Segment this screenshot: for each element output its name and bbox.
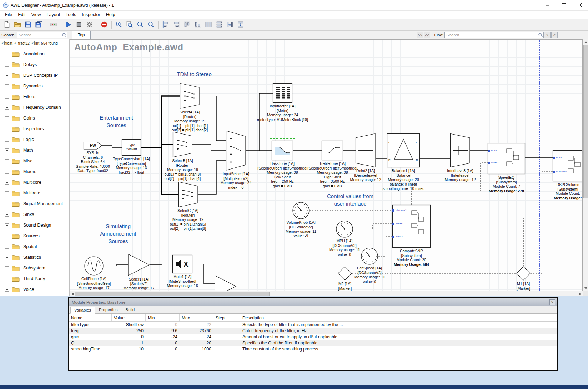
- block-m1[interactable]: [516, 266, 531, 281]
- sidebar-item-logic[interactable]: Logic: [0, 134, 69, 145]
- column-header-min[interactable]: Min: [146, 314, 180, 321]
- block-m2[interactable]: [338, 266, 352, 281]
- expand-icon[interactable]: [5, 223, 9, 227]
- block-trebletone[interactable]: [322, 141, 343, 160]
- variable-row-smoothingtime[interactable]: smoothingTime1001000Time constant of the…: [69, 346, 557, 352]
- sidebar-item-misc[interactable]: Misc: [0, 156, 69, 166]
- save-button[interactable]: [23, 20, 33, 30]
- find-next-group-button[interactable]: >>: [424, 32, 430, 38]
- play-button[interactable]: [63, 20, 73, 30]
- menu-tools[interactable]: Tools: [63, 11, 79, 18]
- block-selectc[interactable]: [178, 182, 198, 207]
- expand-icon[interactable]: [5, 245, 9, 249]
- no-entry-button[interactable]: [99, 20, 109, 30]
- design-canvas[interactable]: AutoAmp_Example.awd: [70, 39, 583, 291]
- align-right-button[interactable]: [171, 20, 181, 30]
- menu-help[interactable]: Help: [103, 11, 118, 18]
- scroll-left-icon[interactable]: [70, 291, 75, 296]
- zoom-page-button[interactable]: [125, 20, 135, 30]
- filter-fract32-checkbox[interactable]: fract32: [14, 41, 30, 45]
- expand-icon[interactable]: [5, 234, 9, 238]
- horizontal-scroll-thumb[interactable]: [75, 292, 270, 296]
- sidebar-item-subsystem[interactable]: Subsystem: [0, 263, 69, 273]
- block-dspcvolume[interactable]: Audio1Volume2: [553, 150, 583, 181]
- open-button[interactable]: [12, 20, 22, 30]
- expand-icon[interactable]: [5, 266, 9, 270]
- props-tab-build[interactable]: Build: [122, 306, 139, 313]
- scroll-right-icon[interactable]: [577, 291, 583, 296]
- tab-top[interactable]: Top: [72, 31, 91, 39]
- variable-row-filtertype[interactable]: filterTypeShelfLow022Selects the type of…: [69, 322, 557, 328]
- find-prev-button[interactable]: <: [544, 32, 551, 38]
- distribute-h-button[interactable]: [203, 20, 213, 30]
- sidebar-item-multirate[interactable]: Multirate: [0, 188, 69, 198]
- block-cellphone[interactable]: [84, 256, 104, 276]
- expand-icon[interactable]: [5, 127, 9, 131]
- block-typeconversion1[interactable]: TypeConvert: [122, 139, 141, 156]
- block-sys-in[interactable]: HW: [84, 142, 102, 150]
- sidebar-item-dynamics[interactable]: Dynamics: [0, 81, 69, 91]
- block-mph[interactable]: [336, 221, 353, 238]
- sidebar-item-sound-design[interactable]: Sound Design: [0, 220, 69, 231]
- block-scaler1[interactable]: [128, 254, 150, 276]
- sidebar-item-signal-management[interactable]: Signal Management: [0, 198, 69, 209]
- maximize-button[interactable]: [556, 0, 572, 11]
- block-balance1[interactable]: LR LR: [387, 133, 420, 167]
- canvas-horizontal-scrollbar[interactable]: [70, 291, 583, 296]
- variable-row-q[interactable]: Q1020Specifies the Q of the filter, if a…: [69, 340, 557, 346]
- expand-icon[interactable]: [5, 191, 9, 195]
- sidebar-item-sources[interactable]: Sources: [0, 231, 69, 241]
- block-inputselect[interactable]: [226, 131, 246, 171]
- variable-row-freq[interactable]: freq2509.623760Cutoff frequency of the f…: [69, 328, 557, 334]
- stop-button[interactable]: [74, 20, 84, 30]
- zoom-in-button[interactable]: [114, 20, 124, 30]
- expand-icon[interactable]: [5, 170, 9, 174]
- sidebar-item-voice[interactable]: Voice: [0, 284, 69, 295]
- expand-icon[interactable]: [5, 95, 9, 99]
- vertical-scroll-thumb[interactable]: [583, 45, 588, 198]
- sidebar-item-statistics[interactable]: Statistics: [0, 252, 69, 263]
- menu-inspector[interactable]: Inspector: [79, 11, 103, 18]
- new-button[interactable]: [2, 20, 12, 30]
- expand-icon[interactable]: [5, 63, 9, 67]
- expand-icon[interactable]: [5, 277, 9, 281]
- expand-icon[interactable]: [5, 138, 9, 142]
- zoom-out-button[interactable]: [135, 20, 145, 30]
- expand-icon[interactable]: [5, 202, 9, 206]
- block-volumeknob[interactable]: [292, 202, 310, 219]
- expand-icon[interactable]: [5, 159, 9, 163]
- connect-button[interactable]: [49, 20, 59, 30]
- align-top-button[interactable]: [182, 20, 192, 30]
- zoom-reset-button[interactable]: [146, 20, 156, 30]
- menu-view[interactable]: View: [29, 11, 44, 18]
- canvas-vertical-scrollbar[interactable]: [583, 39, 588, 291]
- block-mute1[interactable]: X: [172, 255, 192, 273]
- sidebar-item-delays[interactable]: Delays: [0, 59, 69, 70]
- sidebar-item-sinks[interactable]: Sinks: [0, 209, 69, 220]
- sidebar-item-annotation[interactable]: Annotation: [0, 49, 69, 59]
- menu-file[interactable]: File: [2, 11, 15, 18]
- find-input[interactable]: [444, 32, 544, 38]
- save-all-button[interactable]: [34, 20, 44, 30]
- sync-button[interactable]: [85, 20, 95, 30]
- sidebar-item-frequency-domain[interactable]: Frequency Domain: [0, 102, 69, 113]
- expand-icon[interactable]: [5, 116, 9, 120]
- expand-icon[interactable]: [5, 74, 9, 77]
- variable-row-gain[interactable]: gain0-2424Amount of boost or cut to appl…: [69, 334, 557, 340]
- props-tab-variables[interactable]: Variables: [70, 307, 95, 314]
- column-header-max[interactable]: Max: [180, 314, 213, 321]
- block-deint2[interactable]: [356, 133, 376, 167]
- expand-icon[interactable]: [5, 288, 9, 292]
- sidebar-item-spatial[interactable]: Spatial: [0, 241, 69, 252]
- filter-int-checkbox[interactable]: int: [31, 41, 39, 45]
- sidebar-item-multicore[interactable]: Multicore: [0, 177, 69, 188]
- filter-float-checkbox[interactable]: float: [1, 41, 12, 45]
- block-computesnr[interactable]: Volume1MPH2FAN3: [392, 205, 431, 248]
- expand-icon[interactable]: [5, 106, 9, 110]
- column-header-value[interactable]: Value: [112, 314, 146, 321]
- block-selectb[interactable]: [173, 132, 192, 157]
- search-input[interactable]: [17, 32, 67, 38]
- properties-header[interactable]: Module Properties: BassTone ✕: [69, 298, 557, 306]
- sidebar-item-math[interactable]: Math: [0, 145, 69, 156]
- menu-layout[interactable]: Layout: [44, 11, 63, 18]
